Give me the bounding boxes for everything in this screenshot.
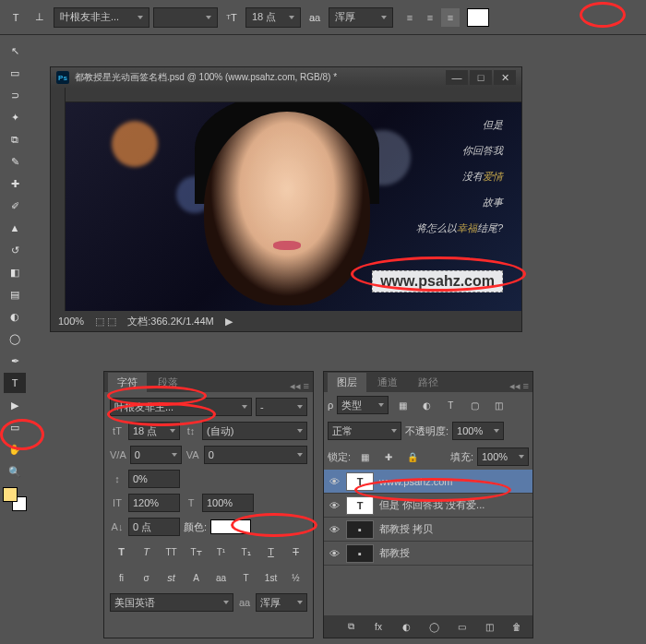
options-bar: T ⊥ 叶根友非主... TT 18 点 aa 浑厚 ≡ ≡ ≡ (0, 0, 646, 35)
zoom-tool[interactable]: 🔍 (4, 461, 26, 482)
adjustment-icon[interactable]: ◯ (424, 618, 444, 635)
italic-button[interactable]: T (137, 543, 157, 560)
marquee-tool[interactable]: ▭ (4, 63, 26, 83)
antialias-select[interactable]: 浑厚 (329, 7, 393, 28)
trash-icon[interactable]: 🗑 (507, 618, 527, 635)
text-color-swatch[interactable] (467, 8, 489, 27)
new-layer-icon[interactable]: ◫ (479, 618, 499, 635)
layer-row[interactable]: 👁 T 但是 你回答我 没有爱... (324, 494, 532, 518)
visibility-icon[interactable]: 👁 (328, 500, 341, 511)
canvas-url-text[interactable]: www.psahz.com (372, 270, 503, 292)
lock-pixels-icon[interactable]: ▦ (354, 448, 375, 465)
blur-tool[interactable]: ◐ (4, 306, 26, 327)
ruler-horizontal (51, 88, 521, 102)
hand-tool[interactable]: ✋ (4, 439, 26, 459)
close-button[interactable]: ✕ (494, 70, 516, 85)
lasso-tool[interactable]: ⊃ (4, 85, 26, 105)
font-size-select[interactable]: 18 点 (245, 7, 301, 28)
opacity-field[interactable]: 100% (452, 422, 504, 440)
type-style-row: T T TT Tᴛ T¹ T₁ T T (110, 542, 307, 562)
layer-name[interactable]: 都教授 拷贝 (379, 522, 433, 536)
char-height-field[interactable]: 120% (128, 494, 180, 512)
orientation-icon[interactable]: ⊥ (30, 7, 50, 28)
history-brush-tool[interactable]: ↺ (4, 240, 26, 260)
filter-shape-icon[interactable]: ▢ (464, 397, 484, 413)
type-tool[interactable]: T (4, 373, 26, 393)
layer-name[interactable]: 但是 你回答我 没有爱... (379, 498, 484, 512)
brush-tool[interactable]: ✐ (4, 196, 26, 216)
canvas[interactable]: 但是 你回答我 没有爱情 故事 将怎么以幸福结尾? www.psahz.com (66, 102, 521, 311)
lock-position-icon[interactable]: ✚ (378, 448, 399, 465)
blend-mode-select[interactable]: 正常 (328, 422, 401, 440)
layer-filter-select[interactable]: 类型 (337, 396, 389, 414)
char-kerning-field[interactable]: 0 (130, 446, 182, 464)
align-center-button[interactable]: ≡ (421, 8, 439, 27)
layer-row[interactable]: 👁 ▪ 都教授 拷贝 (324, 518, 532, 542)
stamp-tool[interactable]: ▲ (4, 218, 26, 238)
link-layers-icon[interactable]: ⧉ (341, 618, 361, 635)
align-left-button[interactable]: ≡ (401, 8, 419, 27)
mask-icon[interactable]: ◐ (396, 618, 416, 635)
char-lang-select[interactable]: 美国英语 (110, 593, 233, 612)
layer-thumb-type: T (346, 496, 374, 515)
font-style-select[interactable] (153, 7, 218, 28)
underline-button[interactable]: T (261, 543, 281, 560)
char-leading-field[interactable]: (自动) (202, 422, 307, 440)
pen-tool[interactable]: ✒ (4, 351, 26, 371)
zoom-level[interactable]: 100% (58, 316, 84, 327)
fx-icon[interactable]: fx (368, 618, 389, 635)
filter-adjust-icon[interactable]: ◐ (416, 397, 437, 413)
tab-channels[interactable]: 通道 (368, 373, 407, 392)
filter-type-icon[interactable]: T (440, 397, 461, 413)
fill-field[interactable]: 100% (477, 447, 529, 466)
dodge-tool[interactable]: ◯ (4, 328, 26, 349)
gradient-tool[interactable]: ▤ (4, 284, 26, 304)
strike-button[interactable]: T (286, 543, 306, 560)
layer-row[interactable]: 👁 ▪ 都教授 (324, 542, 532, 566)
char-color-swatch[interactable] (210, 519, 251, 534)
visibility-icon[interactable]: 👁 (328, 548, 341, 559)
char-vscale-field[interactable]: 0% (128, 470, 180, 488)
tab-character[interactable]: 字符 (108, 373, 147, 392)
superscript-button[interactable]: T¹ (211, 543, 232, 560)
tab-paragraph[interactable]: 段落 (149, 373, 187, 392)
healing-tool[interactable]: ✚ (4, 173, 26, 194)
char-font-select[interactable]: 叶根友非主... (110, 398, 252, 416)
path-select-tool[interactable]: ▶ (4, 395, 26, 415)
char-aa-select[interactable]: 浑厚 (256, 593, 307, 612)
char-width-field[interactable]: 100% (202, 494, 254, 512)
char-tracking-field[interactable]: 0 (204, 446, 307, 464)
tab-paths[interactable]: 路径 (409, 373, 448, 392)
align-right-button[interactable]: ≡ (441, 8, 460, 27)
document-titlebar[interactable]: Ps 都教授星光动画签名档.psd @ 100% (www.psahz.com,… (51, 67, 521, 88)
layer-row[interactable]: 👁 T www.psahz.com (324, 470, 532, 494)
group-icon[interactable]: ▭ (451, 618, 472, 635)
filter-smart-icon[interactable]: ◫ (488, 397, 508, 413)
visibility-icon[interactable]: 👁 (328, 524, 341, 535)
char-baseline-field[interactable]: 0 点 (128, 518, 180, 536)
eraser-tool[interactable]: ◧ (4, 262, 26, 282)
crop-tool[interactable]: ⧉ (4, 129, 26, 149)
wand-tool[interactable]: ✦ (4, 107, 26, 127)
leading-icon: t↕ (184, 425, 198, 436)
move-tool[interactable]: ↖ (4, 41, 26, 61)
minimize-button[interactable]: — (446, 70, 468, 85)
layer-name[interactable]: 都教授 (379, 546, 410, 560)
maximize-button[interactable]: □ (470, 70, 492, 85)
allcaps-button[interactable]: TT (162, 543, 182, 560)
foreground-background-colors[interactable] (3, 487, 27, 511)
subscript-button[interactable]: T₁ (236, 543, 257, 560)
visibility-icon[interactable]: 👁 (328, 476, 341, 487)
bold-button[interactable]: T (112, 543, 132, 560)
smallcaps-button[interactable]: Tᴛ (186, 543, 207, 560)
lock-all-icon[interactable]: 🔒 (402, 448, 423, 465)
ps-icon: Ps (56, 71, 69, 84)
filter-pixel-icon[interactable]: ▦ (392, 397, 413, 413)
tab-layers[interactable]: 图层 (328, 373, 366, 392)
eyedropper-tool[interactable]: ✎ (4, 151, 26, 172)
layer-name[interactable]: www.psahz.com (379, 476, 452, 487)
char-style-select[interactable]: - (256, 398, 307, 416)
font-family-select[interactable]: 叶根友非主... (54, 7, 150, 28)
shape-tool[interactable]: ▭ (4, 417, 26, 437)
char-size-field[interactable]: 18 点 (128, 422, 180, 440)
